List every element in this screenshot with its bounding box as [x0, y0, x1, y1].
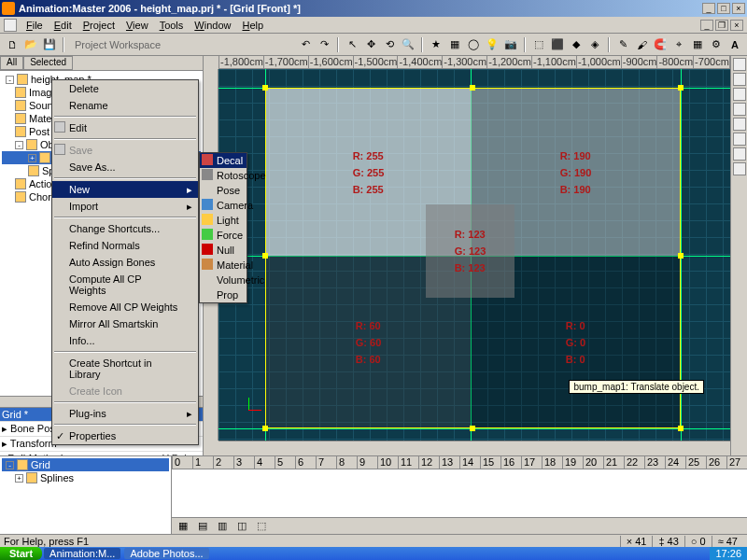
- viewport-hscroll[interactable]: [218, 441, 732, 455]
- tool-text[interactable]: A: [726, 36, 743, 53]
- tool-undo[interactable]: ↶: [297, 36, 314, 53]
- menu-view[interactable]: View: [120, 20, 154, 31]
- sub-roto[interactable]: Rotoscope: [200, 168, 247, 183]
- handle-nw[interactable]: [262, 85, 268, 91]
- btree-splines[interactable]: +Splines: [2, 471, 169, 484]
- rtool-star-icon[interactable]: [733, 147, 746, 161]
- tool-star-icon[interactable]: ★: [428, 36, 444, 53]
- ctx-properties[interactable]: Properties: [52, 427, 198, 444]
- ctx-delete[interactable]: Delete: [52, 80, 198, 97]
- inner-restore-button[interactable]: ❐: [715, 20, 728, 31]
- ctx-save-as[interactable]: Save As...: [52, 159, 198, 175]
- tl-btn-3[interactable]: ▥: [214, 518, 231, 535]
- ctx-import[interactable]: Import: [52, 198, 198, 215]
- tool-redo[interactable]: ↷: [316, 36, 332, 53]
- start-button[interactable]: Start: [0, 547, 42, 560]
- tool-a[interactable]: ⬚: [530, 36, 547, 53]
- menu-project[interactable]: Project: [78, 20, 120, 31]
- open-file-button[interactable]: 📂: [22, 36, 39, 53]
- btree-grid[interactable]: -Grid: [2, 458, 169, 471]
- sub-force[interactable]: Force: [200, 228, 247, 243]
- minimize-button[interactable]: _: [702, 3, 715, 14]
- tool-light-icon[interactable]: 💡: [484, 36, 500, 53]
- ctx-compcpw[interactable]: Compute All CP Weights: [52, 271, 198, 299]
- tool-magnet-icon[interactable]: 🧲: [652, 36, 669, 53]
- sub-light[interactable]: Light: [200, 213, 247, 228]
- system-tray[interactable]: 17:26: [710, 547, 747, 560]
- tool-sphere-icon[interactable]: ◯: [465, 36, 482, 53]
- ctx-libshortcut[interactable]: Create Shortcut in Library: [52, 355, 198, 383]
- tl-btn-4[interactable]: ◫: [233, 518, 250, 535]
- task-photoshop[interactable]: Adobe Photos...: [124, 548, 208, 559]
- rtool-square-icon[interactable]: [733, 133, 746, 146]
- ctx-info[interactable]: Info...: [52, 332, 198, 349]
- tool-b[interactable]: ⬛: [549, 36, 566, 53]
- tl-btn-1[interactable]: ▦: [175, 518, 191, 535]
- new-file-button[interactable]: 🗋: [4, 36, 21, 53]
- inner-close-button[interactable]: ×: [730, 20, 743, 31]
- tool-move[interactable]: ✥: [362, 36, 379, 53]
- handle-ne[interactable]: [678, 85, 684, 91]
- ctx-autobones[interactable]: Auto Assign Bones: [52, 254, 198, 271]
- rtool-hand-icon[interactable]: [733, 73, 746, 86]
- menu-file[interactable]: File: [21, 20, 49, 31]
- ctx-plugins[interactable]: Plug-ins: [52, 405, 198, 422]
- tool-camera-icon[interactable]: 📷: [502, 36, 519, 53]
- tl-btn-5[interactable]: ⬚: [253, 518, 270, 535]
- handle-n[interactable]: [470, 85, 475, 91]
- menu-help[interactable]: Help: [236, 20, 269, 31]
- sub-prop[interactable]: Prop: [200, 287, 247, 302]
- menu-edit[interactable]: Edit: [49, 20, 78, 31]
- guide-h-bot: [218, 428, 732, 429]
- ctx-shortcuts[interactable]: Change Shortcuts...: [52, 220, 198, 237]
- sub-decal[interactable]: Decal: [200, 153, 247, 168]
- tool-snap-icon[interactable]: ⌖: [670, 36, 687, 53]
- close-button[interactable]: ×: [732, 3, 745, 14]
- sub-camera[interactable]: Camera: [200, 198, 247, 213]
- tab-selected[interactable]: Selected: [23, 56, 73, 70]
- tool-grid-icon[interactable]: ▦: [689, 36, 706, 53]
- timeline-tree[interactable]: -Grid +Splines: [0, 456, 172, 534]
- sub-null[interactable]: Null: [200, 243, 247, 258]
- sub-pose[interactable]: Pose: [200, 183, 247, 198]
- ctx-edit[interactable]: Edit: [52, 119, 198, 136]
- inner-minimize-button[interactable]: _: [700, 20, 713, 31]
- tool-rotate[interactable]: ⟲: [381, 36, 398, 53]
- task-app[interactable]: Animation:M...: [44, 548, 120, 559]
- canvas[interactable]: R: 255G: 255B: 255 R: 190G: 190B: 190 R:…: [218, 69, 732, 441]
- selection-box[interactable]: [265, 88, 681, 428]
- tool-cube-icon[interactable]: ▦: [446, 36, 463, 53]
- rtool-circle-icon[interactable]: [733, 118, 746, 131]
- handle-sw[interactable]: [262, 426, 268, 431]
- ctx-rename[interactable]: Rename: [52, 97, 198, 114]
- menu-window[interactable]: Window: [189, 20, 236, 31]
- ctx-new[interactable]: New: [52, 181, 198, 198]
- tool-brush-icon[interactable]: 🖌: [633, 36, 650, 53]
- sub-material[interactable]: Material: [200, 258, 247, 273]
- ctx-mirror[interactable]: Mirror All Smartskin: [52, 315, 198, 332]
- rtool-arrow-icon[interactable]: [733, 58, 746, 71]
- tool-gear-icon[interactable]: ⚙: [708, 36, 725, 53]
- tool-pencil-icon[interactable]: ✎: [614, 36, 631, 53]
- tab-all[interactable]: All: [0, 56, 23, 70]
- timeline[interactable]: 0123456789101112131415161718192021222324…: [172, 456, 747, 534]
- rtool-text-icon[interactable]: [733, 162, 746, 175]
- handle-e[interactable]: [678, 253, 684, 259]
- ctx-refind[interactable]: Refind Normals: [52, 237, 198, 254]
- tool-d[interactable]: ◈: [586, 36, 603, 53]
- save-file-button[interactable]: 💾: [41, 36, 58, 53]
- rtool-add-icon[interactable]: [733, 88, 746, 101]
- handle-se[interactable]: [678, 426, 684, 431]
- handle-s[interactable]: [470, 426, 475, 431]
- tool-select[interactable]: ↖: [344, 36, 360, 53]
- viewport[interactable]: -1,800cm-1,700cm-1,600cm-1,500cm-1,400cm…: [204, 56, 747, 455]
- handle-w[interactable]: [262, 253, 268, 259]
- maximize-button[interactable]: □: [717, 3, 730, 14]
- menu-tools[interactable]: Tools: [154, 20, 190, 31]
- rtool-curve-icon[interactable]: [733, 103, 746, 116]
- ctx-remcpw[interactable]: Remove All CP Weights: [52, 299, 198, 315]
- sub-volum[interactable]: Volumetric: [200, 273, 247, 287]
- tool-zoom[interactable]: 🔍: [400, 36, 416, 53]
- tool-c[interactable]: ◆: [568, 36, 585, 53]
- tl-btn-2[interactable]: ▤: [194, 518, 211, 535]
